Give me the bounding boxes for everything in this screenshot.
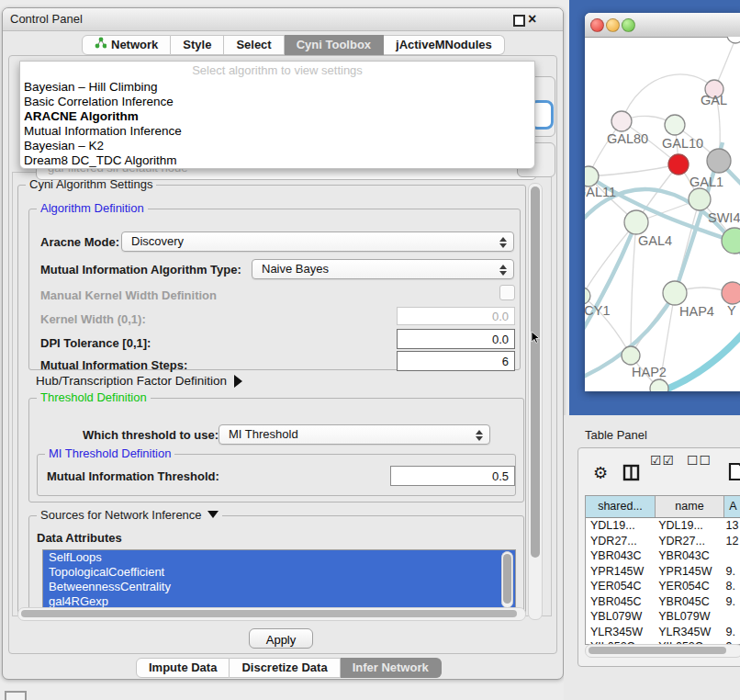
table-row[interactable]: YDR27...YDR27...12 xyxy=(586,534,740,549)
graph-edge[interactable] xyxy=(585,222,636,296)
close-panel-icon[interactable]: × xyxy=(528,9,536,29)
gear-icon[interactable]: ⚙ xyxy=(593,463,608,483)
network-window-titlebar xyxy=(585,13,740,38)
which-threshold-label: Which threshold to use: xyxy=(83,428,219,442)
graph-node-gal10[interactable] xyxy=(665,115,685,135)
tab-bar: NetworkStyleSelectCyni ToolboxjActiveMNo… xyxy=(82,35,505,55)
manual-kernel-width-checkbox[interactable] xyxy=(499,285,515,300)
graph-node-top-node[interactable] xyxy=(727,37,740,43)
bottom-tab-discretize-data[interactable]: Discretize Data xyxy=(230,658,340,678)
table-hscroll-thumb[interactable] xyxy=(589,647,726,654)
graph-node-mid-node[interactable] xyxy=(689,188,711,210)
algorithm-option[interactable]: Bayesian – K2 xyxy=(20,139,534,153)
bottom-tab-infer-network[interactable]: Infer Network xyxy=(341,658,442,678)
tab-select[interactable]: Select xyxy=(224,35,284,55)
zoom-traffic-light-icon[interactable] xyxy=(622,18,635,32)
table-cell: YBL079W xyxy=(654,609,721,625)
tab-label: Network xyxy=(111,36,158,54)
document-icon[interactable] xyxy=(728,462,740,485)
algorithm-option[interactable]: Dream8 DC_TDC Algorithm xyxy=(20,153,534,168)
tab-style[interactable]: Style xyxy=(171,35,224,55)
tab-label: Select xyxy=(236,36,271,54)
table-panel: Table Panel ⚙ ☑☑ ☐☐ shared...nameA YDL19… xyxy=(564,415,740,700)
kernel-width-field[interactable] xyxy=(397,307,515,325)
table-cell: 9. xyxy=(721,625,740,640)
table-row[interactable]: YBR043CYBR043C xyxy=(586,548,740,564)
bottom-tab-impute-data[interactable]: Impute Data xyxy=(136,658,230,678)
table-panel-box: ⚙ ☑☑ ☐☐ shared...nameA YDL19...YDL19...1… xyxy=(577,447,740,667)
table-header-row: shared...nameA xyxy=(586,496,740,518)
data-attributes-list[interactable]: SelfLoopsTopologicalCoefficientBetweenne… xyxy=(42,549,516,610)
settings-hscroll-thumb[interactable] xyxy=(21,610,517,617)
hub-definition-toggle[interactable]: Hub/Transcription Factor Definition xyxy=(36,374,242,388)
attribute-list-item[interactable]: BetweennessCentrality xyxy=(43,580,515,594)
attributes-list-scrollbar[interactable] xyxy=(501,551,513,608)
table-cell: 13 xyxy=(721,518,740,534)
mi-threshold-field[interactable] xyxy=(390,466,515,486)
table-cell: 9. xyxy=(721,594,740,610)
graph-edge[interactable] xyxy=(631,222,636,356)
algorithm-option[interactable]: Basic Correlation Inference xyxy=(20,95,534,109)
mi-threshold-definition-group: MI Threshold Definition Mutual Informati… xyxy=(37,454,516,496)
bottom-tab-bar: Impute DataDiscretize DataInfer Network xyxy=(136,658,442,678)
graph-node-gray-node[interactable] xyxy=(707,149,731,173)
manual-kernel-width-label: Manual Kernel Width Definition xyxy=(40,288,217,302)
table-cell: YBR045C xyxy=(654,594,721,610)
mouse-cursor xyxy=(531,332,542,348)
graph-node-hap4[interactable] xyxy=(663,281,687,305)
table-row[interactable]: YPR145WYPR145W9. xyxy=(586,564,740,580)
algorithm-definition-title: Algorithm Definition xyxy=(37,201,148,216)
network-canvas[interactable]: GALGAL80GAL10GAL1GAL11SWI4GAL4GCY1HAP4YH… xyxy=(585,37,740,391)
graph-edge[interactable] xyxy=(589,164,678,176)
algorithm-definition-group: Algorithm Definition Aracne Mode: Discov… xyxy=(28,209,521,370)
close-traffic-light-icon[interactable] xyxy=(590,18,604,32)
graph-node-gal80[interactable] xyxy=(611,111,632,131)
table-hscrollbar[interactable] xyxy=(585,644,740,658)
aracne-mode-combo[interactable]: Discovery xyxy=(121,231,514,252)
columns-icon[interactable] xyxy=(622,464,640,485)
graph-node-pink-right[interactable] xyxy=(722,282,740,304)
column-header[interactable]: A xyxy=(724,496,740,517)
deselect-all-checkboxes-icon[interactable]: ☐☐ xyxy=(687,450,712,470)
table-row[interactable]: YBR045CYBR045C9. xyxy=(586,594,740,610)
tab-cyni-toolbox[interactable]: Cyni Toolbox xyxy=(285,35,384,55)
algorithm-option[interactable]: Mutual Information Inference xyxy=(20,124,534,139)
select-all-checkboxes-icon[interactable]: ☑☑ xyxy=(650,450,675,470)
table-row[interactable]: YBL079WYBL079W xyxy=(586,609,740,625)
settings-vscrollbar[interactable] xyxy=(528,183,543,620)
tab-label: Cyni Toolbox xyxy=(297,36,371,54)
algorithm-option[interactable]: Bayesian – Hill Climbing xyxy=(20,80,534,95)
algorithm-option[interactable]: ARACNE Algorithm xyxy=(20,109,534,124)
graph-node-hap2[interactable] xyxy=(622,346,640,365)
table-row[interactable]: YDL19...YDL19...13 xyxy=(586,518,740,534)
table-row[interactable]: YER054CYER054C8. xyxy=(586,579,740,594)
attributes-scroll-thumb[interactable] xyxy=(503,554,511,604)
tab-jactivemnodules[interactable]: jActiveMNodules xyxy=(384,35,505,55)
desktop-background: GALGAL80GAL10GAL1GAL11SWI4GAL4GCY1HAP4YH… xyxy=(569,0,740,415)
tab-label: Impute Data xyxy=(149,659,217,677)
graph-node-gal4[interactable] xyxy=(624,210,648,234)
settings-hscrollbar[interactable] xyxy=(17,607,526,621)
graph-node-gal1[interactable] xyxy=(668,154,689,175)
dpi-tolerance-field[interactable] xyxy=(397,329,515,349)
column-header[interactable]: shared... xyxy=(586,496,656,517)
attribute-list-item[interactable]: SelfLoops xyxy=(43,550,515,565)
bottom-left-partial-button[interactable] xyxy=(5,691,27,700)
apply-button[interactable]: Apply xyxy=(249,628,313,649)
settings-vscroll-thumb[interactable] xyxy=(531,186,540,558)
table-cell: YBR043C xyxy=(586,548,654,564)
table-cell: YDL19... xyxy=(586,518,654,534)
tab-network[interactable]: Network xyxy=(82,35,171,55)
minimize-traffic-light-icon[interactable] xyxy=(606,18,620,32)
attribute-list-item[interactable]: TopologicalCoefficient xyxy=(43,565,515,580)
table-cell: 8. xyxy=(721,579,740,594)
mi-algorithm-type-combo[interactable]: Naive Bayes xyxy=(252,259,514,279)
graph-edge[interactable] xyxy=(585,222,636,347)
table-row[interactable]: YLR345WYLR345W9. xyxy=(586,625,740,640)
mi-steps-field[interactable] xyxy=(397,351,515,371)
column-header[interactable]: name xyxy=(656,496,724,517)
float-panel-icon[interactable] xyxy=(513,15,525,27)
aracne-mode-label: Aracne Mode: xyxy=(40,235,119,249)
which-threshold-combo[interactable]: MI Threshold xyxy=(219,424,490,445)
table-cell: YER054C xyxy=(586,579,654,594)
